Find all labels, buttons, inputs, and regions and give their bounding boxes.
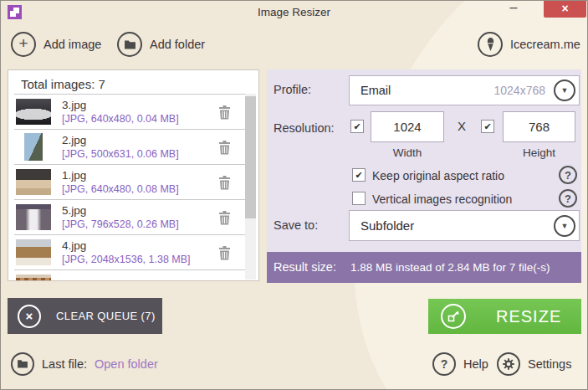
chevron-down-icon[interactable]: ▼ <box>554 215 575 237</box>
width-label: Width <box>371 146 444 159</box>
delete-icon[interactable] <box>217 105 232 120</box>
delete-icon[interactable] <box>217 210 232 225</box>
minimize-button[interactable]: – <box>504 1 524 18</box>
file-name: 3.jpg <box>62 99 217 111</box>
help-question-icon[interactable]: ? <box>559 166 577 184</box>
file-info: 4.jpg [JPG, 2048x1536, 1.38 MB] <box>62 239 217 265</box>
folder-icon <box>117 32 142 57</box>
delete-icon[interactable] <box>217 245 232 260</box>
add-image-button[interactable]: + Add image <box>11 32 101 57</box>
delete-icon[interactable] <box>217 280 232 281</box>
question-glyph: ? <box>565 169 571 182</box>
file-name: 1.jpg <box>62 169 217 182</box>
gear-glyph <box>502 357 515 371</box>
queue-item[interactable]: 2.jpg [JPG, 500x631, 0.06 MB] <box>8 130 258 164</box>
help-label: Help <box>463 357 488 371</box>
app-window: Image Resizer – × + Add image Add folder… <box>0 0 588 390</box>
add-folder-button[interactable]: Add folder <box>117 32 205 57</box>
open-folder-link[interactable]: Open folder <box>95 357 158 371</box>
settings-label: Settings <box>528 357 571 371</box>
profile-resolution-hint: 1024x768 <box>493 84 545 97</box>
width-checkbox[interactable]: ✔ <box>350 120 364 133</box>
delete-icon[interactable] <box>217 175 232 190</box>
resize-arrows-icon <box>441 304 466 329</box>
question-glyph: ? <box>565 192 571 205</box>
thumbnail-slot <box>16 133 51 161</box>
x-glyph: × <box>26 310 33 322</box>
add-folder-label: Add folder <box>150 38 205 51</box>
profile-dropdown[interactable]: Email 1024x768 ▼ <box>349 75 580 105</box>
keep-aspect-label[interactable]: Keep original aspect ratio <box>372 169 504 182</box>
image-queue-panel: Total images: 7 3.jpg [JPG, 640x480, 0.0… <box>8 69 259 281</box>
folder-glyph <box>17 359 28 368</box>
height-input[interactable] <box>503 111 575 142</box>
height-checkbox[interactable]: ✔ <box>481 120 494 133</box>
queue-item[interactable]: 4.jpg [JPG, 2048x1536, 1.38 MB] <box>8 235 258 269</box>
thumbnail-slot <box>16 239 51 266</box>
settings-panel: Profile: Email 1024x768 ▼ Resolution: ✔ … <box>267 69 581 252</box>
result-size-label: Result size: <box>274 260 336 274</box>
queue-list: 3.jpg [JPG, 640x480, 0.04 MB] 2.jpg [JPG… <box>8 94 258 280</box>
thumbnail-slot <box>16 274 51 280</box>
save-to-dropdown[interactable]: Subfolder ▼ <box>349 210 580 241</box>
file-meta: [JPG, 2048x1536, 1.38 MB] <box>62 254 217 265</box>
file-meta: [JPG, 640x480, 0.08 MB] <box>62 183 217 195</box>
last-file-label: Last file: <box>42 357 87 371</box>
chevron-down-icon[interactable]: ▼ <box>554 80 575 101</box>
thumbnail-slot <box>16 98 51 126</box>
clear-queue-button[interactable]: × CLEAR QUEUE (7) <box>8 298 162 334</box>
file-name: 5.jpg <box>62 204 217 217</box>
plus-glyph: + <box>18 36 28 51</box>
help-question-icon[interactable]: ? <box>559 189 577 208</box>
height-label: Height <box>503 146 575 159</box>
keep-aspect-checkbox[interactable]: ✔ <box>352 168 366 182</box>
dimensions-separator: X <box>458 119 466 133</box>
help-button[interactable]: ? Help <box>432 352 488 376</box>
file-info: 5.jpg [JPG, 796x528, 0.26 MB] <box>62 204 217 230</box>
thumbnail-ruins-image <box>16 275 51 280</box>
close-button[interactable]: × <box>544 1 586 18</box>
last-file-group: Last file: Open folder <box>11 352 158 376</box>
brand-link[interactable]: Icecream.me <box>478 32 580 57</box>
file-info: 1.jpg [JPG, 640x480, 0.08 MB] <box>62 169 217 195</box>
thumbnail-cliff-image <box>24 133 43 161</box>
file-meta: [JPG, 640x480, 0.04 MB] <box>62 113 217 125</box>
queue-item[interactable]: 5.jpg [JPG, 796x528, 0.26 MB] <box>8 200 258 234</box>
queue-scrollbar-thumb[interactable] <box>245 96 256 218</box>
thumbnail-snow-alley-image <box>16 204 51 230</box>
clear-x-icon: × <box>18 305 41 328</box>
vertical-recognition-label[interactable]: Vertical images recognition <box>372 192 512 206</box>
queue-item[interactable]: 1.jpg [JPG, 640x480, 0.08 MB] <box>8 165 258 199</box>
thumbnail-slot <box>16 168 51 196</box>
file-name: 4.jpg <box>62 239 217 252</box>
vertical-recognition-checkbox[interactable] <box>352 192 366 205</box>
save-to-label: Save to: <box>274 218 318 232</box>
file-meta: [JPG, 796x528, 0.26 MB] <box>62 218 217 230</box>
settings-button[interactable]: Settings <box>497 352 571 376</box>
width-input[interactable] <box>371 111 444 142</box>
profile-value: Email <box>360 84 391 97</box>
file-meta: [JPG, 500x631, 0.06 MB] <box>62 148 217 160</box>
icecream-icon <box>478 32 503 57</box>
window-title: Image Resizer <box>1 6 587 18</box>
folder-glyph <box>124 39 136 49</box>
question-glyph: ? <box>441 357 448 371</box>
save-to-value: Subfolder <box>360 218 414 233</box>
total-images-header: Total images: 7 <box>21 77 105 91</box>
delete-icon[interactable] <box>217 140 232 155</box>
folder-icon <box>11 352 34 376</box>
profile-label: Profile: <box>274 83 311 96</box>
thumbnail-slot <box>16 203 51 231</box>
resolution-label: Resolution: <box>274 121 335 135</box>
chevron-glyph: ▼ <box>561 223 569 230</box>
resize-button[interactable]: RESIZE <box>428 299 581 334</box>
file-info: 3.jpg [JPG, 640x480, 0.04 MB] <box>62 99 217 125</box>
expand-glyph <box>447 310 460 323</box>
queue-item[interactable]: 3.jpg [JPG, 640x480, 0.04 MB] <box>8 95 258 129</box>
file-info: 2.jpg [JPG, 500x631, 0.06 MB] <box>62 134 217 160</box>
file-name: 2.jpg <box>62 134 217 146</box>
queue-item[interactable]: 7.jpg <box>8 270 258 280</box>
gear-icon <box>497 352 520 376</box>
add-plus-icon: + <box>11 32 36 57</box>
icecream-glyph <box>486 37 495 52</box>
